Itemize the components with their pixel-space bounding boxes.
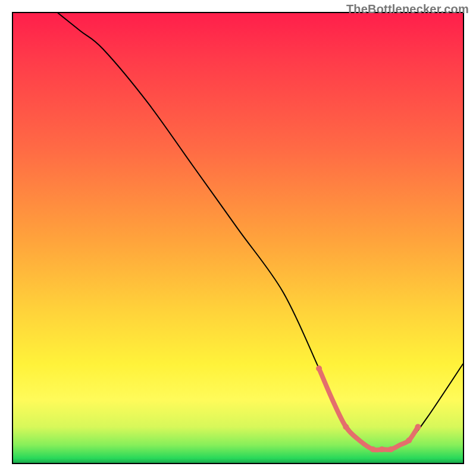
svg-point-4	[388, 446, 394, 452]
curve-layer	[13, 13, 463, 463]
svg-point-1	[343, 424, 349, 430]
svg-point-6	[415, 424, 421, 430]
svg-point-2	[370, 446, 376, 452]
chart-stage: TheBottlenecker.com	[0, 0, 476, 476]
svg-point-0	[316, 365, 322, 371]
svg-point-3	[379, 446, 385, 452]
watermark-text: TheBottlenecker.com	[346, 2, 469, 16]
bottleneck-curve	[58, 13, 463, 450]
plot-area	[12, 12, 464, 464]
optimal-range-highlight	[316, 365, 421, 452]
svg-point-5	[406, 437, 412, 443]
